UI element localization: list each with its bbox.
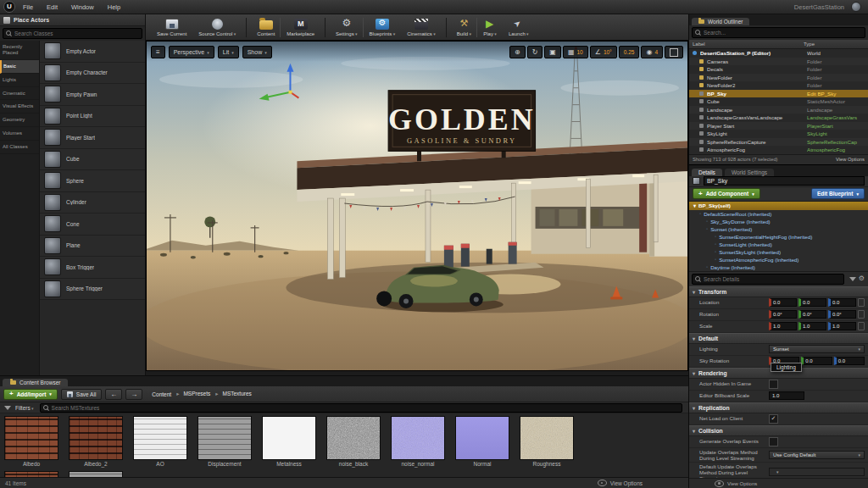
tab-world-settings[interactable]: World Settings [725, 169, 774, 176]
place-actors-category[interactable]: Geometry [0, 114, 39, 127]
outliner-search[interactable] [692, 27, 865, 38]
outliner-row[interactable]: SphereReflectionCapture SphereReflection… [689, 138, 868, 147]
toolbar-button[interactable]: Build [446, 18, 477, 37]
default-section-header[interactable]: Default [689, 333, 868, 344]
rotate-tool-button[interactable]: ↻ [527, 46, 543, 58]
place-actors-category[interactable]: Volumes [0, 127, 39, 141]
place-actor-item[interactable]: Box Trigger [40, 257, 145, 279]
scale-tool-button[interactable]: ▣ [544, 46, 561, 58]
actor-hidden-checkbox[interactable] [769, 380, 778, 389]
tab-details[interactable]: Details [692, 169, 722, 176]
rotation-z-field[interactable]: 0.0° [828, 310, 856, 319]
back-button[interactable]: ← [105, 389, 122, 400]
asset-tile[interactable]: noise_black [326, 416, 381, 469]
toolbar-button[interactable]: Play [477, 18, 503, 37]
view-options-button[interactable]: View Options [598, 480, 643, 486]
lock-icon[interactable] [858, 310, 865, 319]
place-actors-header[interactable]: Place Actors [0, 14, 145, 26]
perspective-dropdown[interactable]: Perspective▾ [169, 46, 214, 58]
lock-icon[interactable] [858, 298, 865, 307]
outliner-row[interactable]: Decals Folder [689, 65, 868, 74]
place-actors-search-input[interactable] [14, 30, 139, 36]
label-column-header[interactable]: Label [693, 42, 804, 47]
place-actors-category[interactable]: Basic [0, 60, 39, 74]
place-actor-item[interactable]: Player Start [40, 127, 145, 149]
collision-section-header[interactable]: Collision [689, 425, 868, 436]
place-actors-search[interactable] [3, 28, 142, 39]
component-row[interactable]: Sunset (Inherited) [689, 225, 868, 233]
outliner-row[interactable]: BP_Sky Edit BP_Sky [689, 90, 868, 98]
rotation-x-field[interactable]: 0.0° [769, 310, 797, 319]
toolbar-button[interactable]: Cinematics [401, 18, 442, 37]
edit-blueprint-button[interactable]: Edit Blueprint [811, 188, 865, 199]
asset-tile[interactable]: Roughness [520, 416, 574, 469]
location-z-field[interactable]: 0.0 [828, 298, 856, 307]
view-mode-dropdown[interactable]: Lit▾ [218, 46, 239, 58]
details-search-input[interactable] [704, 276, 841, 282]
outliner-row[interactable]: NewFolder2 Folder [689, 81, 868, 90]
breadcrumb-item[interactable]: Content [149, 391, 174, 398]
place-actors-category[interactable]: Visual Effects [0, 100, 39, 114]
overlap-events-checkbox[interactable] [769, 437, 778, 446]
asset-tile[interactable]: Albedo [4, 416, 58, 469]
outliner-row[interactable]: AtmosphericFog AtmosphericFog [689, 146, 868, 154]
place-actor-item[interactable]: Cylinder [40, 192, 145, 214]
asset-tile[interactable]: noise_normal [391, 416, 445, 469]
component-row[interactable]: SunsetExponentialHeightFog (Inherited) [689, 233, 868, 241]
scale-z-field[interactable]: 1.0 [828, 322, 856, 330]
actor-name-field[interactable]: BP_Sky [704, 176, 865, 186]
component-row[interactable]: SunsetAtmosphericFog (Inherited) [689, 256, 868, 263]
outliner-row[interactable]: Cube StaticMeshActor [689, 97, 868, 106]
outliner-row[interactable]: DesertGasStation_P (Editor) World [689, 49, 868, 58]
outliner-row[interactable]: Landscape Landscape [689, 106, 868, 114]
breadcrumb-item[interactable]: MSPresets [174, 390, 213, 398]
asset-tile[interactable]: Albedo_2 [69, 416, 123, 469]
camera-speed-button[interactable]: ◉4 [641, 46, 663, 58]
toolbar-button[interactable]: Blueprints [364, 18, 402, 37]
place-actor-item[interactable]: Plane [40, 236, 145, 258]
asset-tile[interactable]: Metalness [262, 416, 316, 469]
asset-tile[interactable]: Displacement [198, 416, 252, 469]
scale-x-field[interactable]: 1.0 [769, 322, 797, 330]
asset-search-input[interactable] [52, 405, 679, 411]
menu-item[interactable]: Window [65, 2, 100, 13]
scale-y-field[interactable]: 1.0 [798, 322, 826, 330]
lighting-dropdown[interactable]: Sunset [769, 345, 865, 353]
rotation-y-field[interactable]: 0.0° [798, 310, 826, 319]
location-x-field[interactable]: 0.0 [769, 298, 797, 307]
component-row[interactable]: Sky_SkyDome (Inherited) [689, 218, 868, 225]
asset-tile[interactable] [4, 471, 58, 477]
place-actor-item[interactable]: Empty Pawn [40, 84, 145, 106]
net-load-checkbox[interactable] [769, 414, 778, 424]
place-actor-item[interactable]: Empty Actor [40, 41, 145, 63]
component-row[interactable]: BP_Sky(self) [689, 202, 868, 210]
maximize-viewport-button[interactable] [665, 46, 683, 58]
breadcrumb-item[interactable]: MSTextures [213, 390, 254, 398]
asset-tile[interactable]: Normal [455, 416, 509, 469]
menu-item[interactable]: Edit [41, 2, 64, 13]
place-actor-item[interactable]: Sphere [40, 170, 145, 192]
component-row[interactable]: Daytime (Inherited) [689, 263, 868, 271]
type-column-header[interactable]: Type [804, 42, 865, 47]
toolbar-button[interactable]: Settings [325, 18, 364, 37]
add-component-button[interactable]: Add Component [693, 188, 760, 199]
account-icon[interactable] [851, 2, 861, 12]
world-outliner-tab[interactable]: World Outliner [692, 18, 749, 25]
details-view-options[interactable]: View Options [689, 478, 868, 488]
place-actor-item[interactable]: Point Light [40, 106, 145, 128]
save-all-button[interactable]: Save All [61, 389, 103, 400]
toolbar-button[interactable]: Source Control [192, 18, 242, 37]
replication-section-header[interactable]: Replication [689, 402, 868, 413]
outliner-row[interactable]: Player Start PlayerStart [689, 122, 868, 130]
place-actors-category[interactable]: Recently Placed [0, 41, 39, 60]
rotation-snap-button[interactable]: ∠10° [590, 46, 617, 58]
location-y-field[interactable]: 0.0 [798, 298, 826, 307]
toolbar-button[interactable]: Marketplace [281, 18, 320, 37]
details-search[interactable] [692, 274, 844, 285]
update-overlaps-dropdown[interactable]: Use Config Default [769, 451, 865, 459]
level-viewport[interactable]: GOLDEN GASOLINE & SUNDRY [146, 41, 688, 371]
place-actor-item[interactable]: Sphere Trigger [40, 279, 145, 301]
outliner-row[interactable]: SkyLight SkyLight [689, 130, 868, 138]
place-actor-item[interactable]: Empty Character [40, 63, 145, 85]
outliner-search-input[interactable] [704, 30, 862, 36]
